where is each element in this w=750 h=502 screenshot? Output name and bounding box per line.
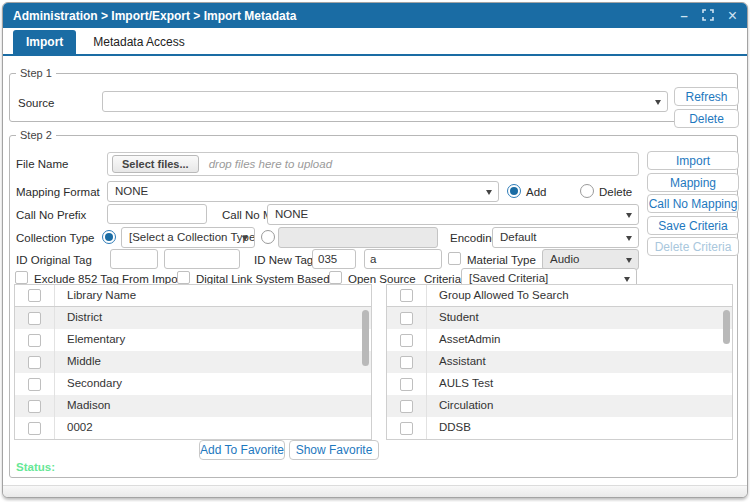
call-no-mapping-button[interactable]: Call No Mapping: [647, 194, 739, 213]
source-select[interactable]: [102, 91, 668, 112]
delete-source-button[interactable]: Delete: [674, 109, 739, 128]
id-new-tag-label: ID New Tag: [254, 250, 313, 270]
id-original-subfield-input[interactable]: [164, 249, 240, 269]
refresh-button[interactable]: Refresh: [674, 87, 739, 106]
step2-legend: Step 2: [16, 129, 56, 141]
table-row[interactable]: Student: [387, 307, 732, 329]
window-title: Administration > Import/Export > Import …: [13, 9, 296, 23]
maximize-icon[interactable]: [702, 9, 714, 23]
library-table-scrollbar[interactable]: [362, 310, 369, 366]
file-upload-dropzone[interactable]: Select files... drop files here to uploa…: [107, 152, 639, 176]
table-row[interactable]: 0002: [15, 417, 371, 439]
tab-import[interactable]: Import: [13, 30, 76, 54]
encoding-select[interactable]: Default: [492, 227, 639, 248]
delete-radio-label: Delete: [599, 182, 632, 202]
add-radio[interactable]: [507, 184, 521, 198]
chevron-down-icon: [624, 277, 630, 282]
collection-type-list-radio[interactable]: [102, 230, 116, 244]
add-to-favorite-button[interactable]: Add To Favorite: [199, 440, 285, 460]
chevron-down-icon: [626, 213, 632, 218]
step2-section: Step 2 File Name Select files... drop fi…: [9, 129, 738, 478]
id-new-subfield-input[interactable]: a: [364, 249, 442, 269]
table-row[interactable]: District: [15, 307, 371, 329]
id-new-tag-input[interactable]: 035: [312, 249, 356, 269]
mapping-format-select[interactable]: NONE: [107, 181, 499, 202]
import-button[interactable]: Import: [647, 151, 739, 170]
delete-radio[interactable]: [580, 184, 594, 198]
drop-files-placeholder: drop files here to upload: [209, 158, 332, 170]
library-select-all-checkbox[interactable]: [28, 289, 41, 302]
group-table: Group Allowed To Search Student AssetAdm…: [386, 284, 733, 440]
row-checkbox[interactable]: [400, 422, 413, 435]
row-checkbox[interactable]: [400, 356, 413, 369]
titlebar: Administration > Import/Export > Import …: [3, 3, 747, 28]
group-select-all-checkbox[interactable]: [400, 289, 413, 302]
minimize-icon[interactable]: –: [680, 9, 687, 23]
table-row[interactable]: Secondary: [15, 373, 371, 395]
group-table-scrollbar[interactable]: [723, 310, 730, 344]
collection-type-label: Collection Type: [16, 228, 94, 248]
table-row[interactable]: Elementary: [15, 329, 371, 351]
table-row[interactable]: Madison: [15, 395, 371, 417]
step1-section: Step 1 Source Refresh Delete: [9, 67, 738, 122]
row-checkbox[interactable]: [400, 378, 413, 391]
id-original-tag-input[interactable]: [110, 249, 158, 269]
step1-legend: Step 1: [16, 67, 56, 79]
call-no-mapping-select[interactable]: NONE: [267, 204, 639, 225]
table-row[interactable]: AssetAdmin: [387, 329, 732, 351]
mapping-format-label: Mapping Format: [16, 182, 100, 202]
row-checkbox[interactable]: [28, 400, 41, 413]
close-icon[interactable]: ×: [728, 9, 737, 23]
table-row[interactable]: Circulation: [387, 395, 732, 417]
chevron-down-icon: [626, 236, 632, 241]
table-row[interactable]: Assistant: [387, 351, 732, 373]
file-name-label: File Name: [16, 154, 68, 174]
library-header-label: Library Name: [55, 285, 136, 306]
window-footer: [3, 485, 747, 497]
library-table: Library Name District Elementary Middle …: [14, 284, 372, 440]
row-checkbox[interactable]: [28, 334, 41, 347]
open-source-checkbox[interactable]: [329, 271, 342, 284]
group-table-header: Group Allowed To Search: [387, 285, 732, 307]
mapping-button[interactable]: Mapping: [647, 173, 739, 192]
exclude-852-checkbox[interactable]: [15, 271, 28, 284]
table-row[interactable]: Middle: [15, 351, 371, 373]
id-original-tag-label: ID Original Tag: [16, 250, 92, 270]
table-row[interactable]: DDSB: [387, 417, 732, 439]
call-no-prefix-label: Call No Prefix: [16, 205, 86, 225]
source-label: Source: [18, 93, 54, 113]
window-controls: – ×: [680, 9, 737, 23]
delete-criteria-button: Delete Criteria: [647, 237, 739, 256]
collection-type-manual-input: [278, 227, 438, 248]
collection-type-select[interactable]: [Select a Collection Type]: [121, 227, 255, 248]
chevron-down-icon: [486, 190, 492, 195]
row-checkbox[interactable]: [400, 312, 413, 325]
import-metadata-window: Administration > Import/Export > Import …: [2, 2, 748, 498]
add-radio-label: Add: [526, 182, 546, 202]
chevron-down-icon: [655, 100, 661, 105]
material-type-checkbox[interactable]: [448, 252, 461, 265]
material-type-select: Audio: [542, 249, 639, 270]
tab-bar: Import Metadata Access: [3, 28, 747, 56]
material-type-label: Material Type: [467, 250, 536, 270]
group-header-label: Group Allowed To Search: [427, 285, 569, 306]
row-checkbox[interactable]: [28, 378, 41, 391]
save-criteria-button[interactable]: Save Criteria: [647, 216, 739, 235]
table-row[interactable]: AULS Test: [387, 373, 732, 395]
tab-metadata-access[interactable]: Metadata Access: [80, 30, 197, 54]
library-table-header: Library Name: [15, 285, 371, 307]
chevron-down-icon: [626, 258, 632, 263]
status-label: Status:: [16, 461, 55, 473]
encoding-label: Encoding: [450, 228, 498, 248]
select-files-button[interactable]: Select files...: [112, 155, 199, 173]
chevron-down-icon: [242, 236, 248, 241]
row-checkbox[interactable]: [400, 334, 413, 347]
row-checkbox[interactable]: [28, 312, 41, 325]
call-no-prefix-input[interactable]: [107, 204, 207, 224]
show-favorite-button[interactable]: Show Favorite: [289, 440, 379, 460]
collection-type-manual-radio[interactable]: [261, 230, 275, 244]
row-checkbox[interactable]: [28, 422, 41, 435]
row-checkbox[interactable]: [400, 400, 413, 413]
digital-link-checkbox[interactable]: [177, 271, 190, 284]
row-checkbox[interactable]: [28, 356, 41, 369]
